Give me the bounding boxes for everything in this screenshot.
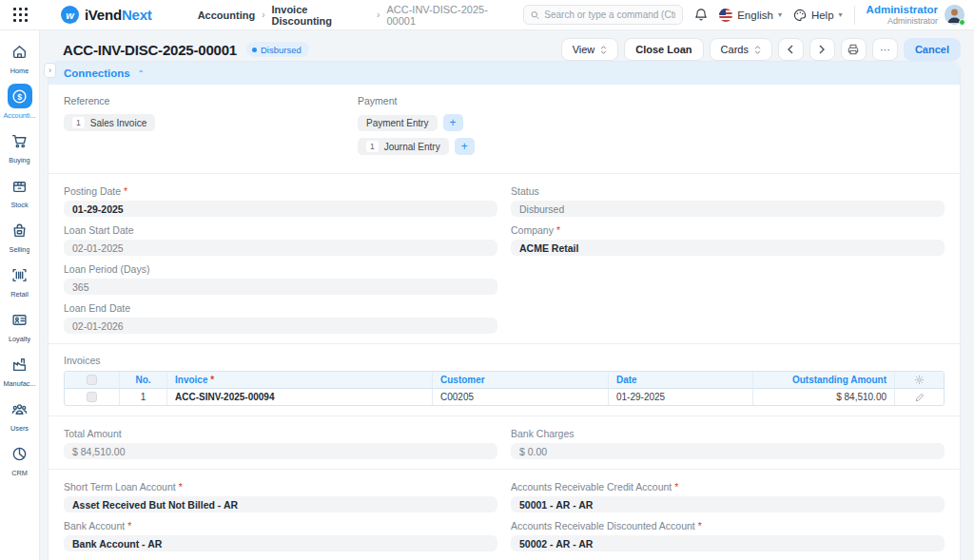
short-term-loan-account-field[interactable]: Asset Received But Not Billed - AR [64,496,497,512]
users-icon [8,396,32,421]
cancel-button[interactable]: Cancel [904,38,961,61]
row-checkbox[interactable] [87,392,97,402]
sidebar-item-stock[interactable]: Stock [0,173,40,209]
connections-section-header[interactable]: Connections ⌃ [49,62,960,85]
top-navbar: w iVendNext Accounting › Invoice Discoun… [0,0,974,30]
add-payment-entry-button[interactable]: + [443,114,463,131]
loan-end-date-label: Loan End Date [64,302,497,314]
posting-date-field[interactable]: 01-29-2025 [64,201,497,217]
reference-group-label: Reference [64,95,358,106]
invoices-table-header: No. Invoice * Customer Date Outstanding … [65,372,944,389]
select-caret-icon [754,46,761,54]
add-journal-entry-button[interactable]: + [455,138,475,155]
count-badge: 1 [366,141,379,152]
online-status-dot [959,19,965,26]
loan-end-date-field[interactable]: 02-01-2026 [64,318,497,334]
total-amount-field: $ 84,510.00 [64,443,497,459]
brand-name: iVendNext [85,7,152,23]
loan-period-label: Loan Period (Days) [64,263,497,275]
loan-start-date-label: Loan Start Date [64,224,497,236]
print-button[interactable] [841,38,867,61]
payment-group-label: Payment [358,95,475,106]
bell-icon[interactable] [694,8,708,22]
breadcrumb: Accounting › Invoice Discounting › ACC-I… [198,4,516,27]
totals-section: Total Amount $ 84,510.00 Bank Charges $ … [49,415,960,469]
close-loan-button[interactable]: Close Loan [624,38,703,61]
sidebar-item-selling[interactable]: Selling [0,218,40,254]
row-outstanding[interactable]: $ 84,510.00 [753,389,895,405]
breadcrumb-separator: › [262,10,264,20]
bank-account-field[interactable]: Bank Account - AR [64,535,497,551]
collapse-chevron-icon[interactable]: ⌃ [138,69,145,78]
invoices-table: No. Invoice * Customer Date Outstanding … [64,371,945,406]
loan-start-date-field[interactable]: 02-01-2025 [64,240,497,256]
company-field[interactable]: ACME Retail [511,240,945,256]
apps-grid-icon[interactable] [13,8,29,23]
table-settings-button[interactable] [895,372,944,388]
avatar[interactable] [945,5,964,25]
more-options-button[interactable]: ··· [872,38,898,61]
prev-doc-button[interactable] [778,38,804,61]
toolbar: View Close Loan Cards ··· Cancel [561,38,961,61]
flag-icon [719,9,732,22]
expand-form-sidebar-button[interactable]: › [44,63,56,78]
col-no: No. [120,372,167,388]
chevron-left-icon [787,45,794,54]
view-button[interactable]: View [561,38,619,61]
svg-text:$: $ [17,91,22,101]
breadcrumb-accounting[interactable]: Accounting [198,10,256,21]
payment-entry-link[interactable]: Payment Entry [358,115,438,131]
details-section: Posting Date * 01-29-2025 Loan Start Dat… [49,173,960,343]
brand-logo[interactable]: w iVendNext [61,6,152,24]
sidebar-item-home[interactable]: Home [0,39,40,75]
sidebar-item-loyalty[interactable]: Loyalty [0,307,40,343]
table-row[interactable]: 1 ACC-SINV-2025-00094 C00205 01-29-2025 … [65,389,944,405]
cards-button[interactable]: Cards [710,38,772,61]
sales-invoice-link[interactable]: 1 Sales Invoice [64,114,155,131]
next-doc-button[interactable] [809,38,835,61]
retail-barcode-icon [8,262,32,287]
sidebar-item-accounting[interactable]: $ Accounti... [0,84,40,120]
gear-icon [914,375,925,385]
connections-title[interactable]: Connections [64,68,130,79]
loyalty-card-icon [8,307,32,332]
sidebar-item-crm[interactable]: CRM [0,441,40,477]
col-outstanding: Outstanding Amount [753,372,895,388]
ar-credit-account-field[interactable]: 50001 - AR - AR [511,496,945,512]
col-invoice: Invoice * [167,372,433,388]
bank-charges-field[interactable]: $ 0.00 [511,443,945,459]
global-search[interactable] [523,5,683,25]
journal-entry-link[interactable]: 1 Journal Entry [358,138,449,155]
edit-row-button[interactable] [895,389,944,405]
sidebar-item-retail[interactable]: Retail [0,262,40,299]
sidebar-item-manufacturing[interactable]: Manufac... [0,352,40,388]
row-invoice[interactable]: ACC-SINV-2025-00094 [167,389,433,405]
count-badge: 1 [72,117,85,128]
sidebar-item-buying[interactable]: Buying [0,128,40,164]
select-all-checkbox[interactable] [87,375,97,385]
ar-discounted-account-label: Accounts Receivable Discounted Account * [511,520,945,531]
chevron-down-icon: ▾ [778,10,782,19]
sidebar-item-users[interactable]: Users [0,396,40,433]
ar-discounted-account-field[interactable]: 50002 - AR - AR [511,535,945,551]
row-customer[interactable]: C00205 [433,389,609,405]
posting-date-label: Posting Date * [64,185,497,197]
loan-period-field[interactable]: 365 [64,279,497,295]
bank-charges-label: Bank Charges [511,428,945,439]
help-menu[interactable]: Help ▾ [793,9,843,22]
breadcrumb-separator: › [377,10,380,20]
invoices-section-label: Invoices [64,355,945,366]
search-icon [531,10,539,20]
total-amount-label: Total Amount [64,428,497,439]
printer-icon [847,44,859,55]
user-name: Administrator [867,4,938,16]
breadcrumb-current-doc: ACC-INV-DISC-2025-00001 [386,4,516,27]
language-selector[interactable]: English ▾ [719,9,782,22]
row-date[interactable]: 01-29-2025 [609,389,753,405]
search-input[interactable] [544,10,675,20]
breadcrumb-invoice-discounting[interactable]: Invoice Discounting [271,4,370,27]
user-menu[interactable]: Administrator Administrator [867,4,964,27]
edit-pencil-icon [915,393,925,402]
brand-logo-icon: w [61,6,79,24]
invoices-section: Invoices No. Invoice * Customer Date Out… [49,343,960,415]
